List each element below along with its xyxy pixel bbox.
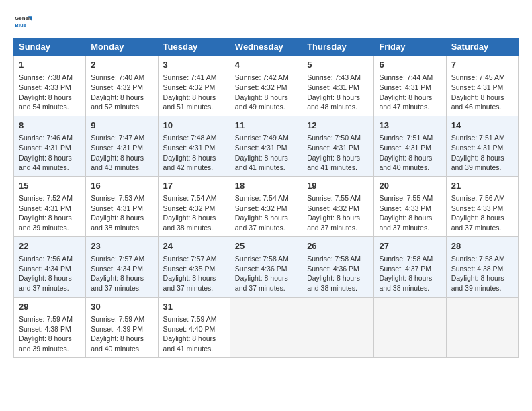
calendar-cell: 23Sunrise: 7:57 AMSunset: 4:34 PMDayligh… bbox=[86, 236, 158, 297]
day-info: Sunset: 4:31 PM bbox=[451, 83, 513, 93]
calendar-cell: 3Sunrise: 7:41 AMSunset: 4:32 PMDaylight… bbox=[158, 56, 230, 116]
day-info: Sunrise: 7:47 AM bbox=[91, 133, 152, 143]
day-number: 17 bbox=[163, 180, 225, 192]
day-info: Sunrise: 7:58 AM bbox=[235, 254, 297, 264]
calendar-cell: 22Sunrise: 7:56 AMSunset: 4:34 PMDayligh… bbox=[14, 236, 86, 297]
day-info: Sunset: 4:32 PM bbox=[235, 83, 297, 93]
day-info: Daylight: 8 hours and 37 minutes. bbox=[379, 213, 441, 232]
day-info: Daylight: 8 hours and 40 minutes. bbox=[379, 153, 441, 173]
calendar-header-row: SundayMondayTuesdayWednesdayThursdayFrid… bbox=[14, 38, 519, 56]
day-info: Sunset: 4:31 PM bbox=[379, 143, 441, 153]
calendar-cell: 11Sunrise: 7:49 AMSunset: 4:31 PMDayligh… bbox=[230, 116, 302, 176]
day-info: Sunrise: 7:40 AM bbox=[91, 73, 152, 83]
calendar-cell: 16Sunrise: 7:53 AMSunset: 4:31 PMDayligh… bbox=[86, 176, 158, 236]
day-number: 12 bbox=[307, 120, 369, 132]
calendar-week-row: 15Sunrise: 7:52 AMSunset: 4:31 PMDayligh… bbox=[14, 176, 519, 236]
day-number: 31 bbox=[163, 301, 225, 313]
day-number: 19 bbox=[307, 180, 369, 192]
calendar-cell bbox=[302, 297, 374, 357]
day-info: Daylight: 8 hours and 41 minutes. bbox=[163, 334, 225, 353]
day-info: Sunrise: 7:59 AM bbox=[91, 314, 152, 324]
day-info: Sunrise: 7:43 AM bbox=[307, 73, 369, 83]
day-info: Sunset: 4:37 PM bbox=[379, 264, 441, 274]
day-info: Daylight: 8 hours and 41 minutes. bbox=[235, 153, 297, 173]
day-info: Daylight: 8 hours and 38 minutes. bbox=[379, 273, 441, 293]
calendar-cell: 7Sunrise: 7:45 AMSunset: 4:31 PMDaylight… bbox=[446, 56, 518, 116]
calendar-cell: 18Sunrise: 7:54 AMSunset: 4:32 PMDayligh… bbox=[230, 176, 302, 236]
day-info: Sunset: 4:38 PM bbox=[451, 264, 513, 274]
day-number: 14 bbox=[451, 120, 513, 132]
day-number: 30 bbox=[91, 301, 152, 313]
day-info: Sunrise: 7:54 AM bbox=[235, 193, 297, 203]
day-header-thursday: Thursday bbox=[302, 38, 374, 56]
day-header-monday: Monday bbox=[86, 38, 158, 56]
day-header-saturday: Saturday bbox=[446, 38, 518, 56]
day-number: 22 bbox=[19, 240, 81, 253]
day-info: Sunrise: 7:58 AM bbox=[379, 254, 441, 264]
calendar-cell: 20Sunrise: 7:55 AMSunset: 4:33 PMDayligh… bbox=[374, 176, 446, 236]
day-info: Sunset: 4:31 PM bbox=[91, 143, 152, 153]
day-info: Sunset: 4:31 PM bbox=[379, 83, 441, 93]
day-number: 10 bbox=[163, 120, 225, 132]
calendar-cell: 2Sunrise: 7:40 AMSunset: 4:32 PMDaylight… bbox=[86, 56, 158, 116]
day-info: Sunrise: 7:55 AM bbox=[307, 193, 369, 203]
calendar-cell: 24Sunrise: 7:57 AMSunset: 4:35 PMDayligh… bbox=[158, 236, 230, 297]
calendar-table: SundayMondayTuesdayWednesdayThursdayFrid… bbox=[13, 38, 519, 358]
day-header-sunday: Sunday bbox=[14, 38, 86, 56]
day-number: 21 bbox=[451, 180, 513, 192]
day-info: Daylight: 8 hours and 39 minutes. bbox=[19, 334, 81, 353]
day-number: 15 bbox=[19, 180, 81, 192]
calendar-cell: 13Sunrise: 7:51 AMSunset: 4:31 PMDayligh… bbox=[374, 116, 446, 176]
day-info: Sunset: 4:33 PM bbox=[19, 83, 81, 93]
day-info: Daylight: 8 hours and 37 minutes. bbox=[307, 213, 369, 232]
day-info: Daylight: 8 hours and 37 minutes. bbox=[91, 273, 152, 293]
calendar-cell: 6Sunrise: 7:44 AMSunset: 4:31 PMDaylight… bbox=[374, 56, 446, 116]
day-info: Daylight: 8 hours and 39 minutes. bbox=[451, 153, 513, 173]
day-info: Daylight: 8 hours and 39 minutes. bbox=[451, 273, 513, 293]
day-info: Sunrise: 7:57 AM bbox=[163, 254, 225, 264]
day-info: Sunset: 4:32 PM bbox=[163, 203, 225, 214]
calendar-cell: 4Sunrise: 7:42 AMSunset: 4:32 PMDaylight… bbox=[230, 56, 302, 116]
day-info: Sunrise: 7:55 AM bbox=[379, 193, 441, 203]
day-info: Sunset: 4:35 PM bbox=[163, 264, 225, 274]
calendar-cell: 30Sunrise: 7:59 AMSunset: 4:39 PMDayligh… bbox=[86, 297, 158, 357]
day-info: Sunset: 4:31 PM bbox=[235, 143, 297, 153]
day-info: Daylight: 8 hours and 44 minutes. bbox=[19, 153, 81, 173]
day-info: Sunrise: 7:46 AM bbox=[19, 133, 81, 143]
calendar-week-row: 1Sunrise: 7:38 AMSunset: 4:33 PMDaylight… bbox=[14, 56, 519, 116]
calendar-week-row: 29Sunrise: 7:59 AMSunset: 4:38 PMDayligh… bbox=[14, 297, 519, 357]
calendar-cell: 25Sunrise: 7:58 AMSunset: 4:36 PMDayligh… bbox=[230, 236, 302, 297]
day-info: Sunset: 4:38 PM bbox=[19, 324, 81, 334]
calendar-cell bbox=[374, 297, 446, 357]
day-number: 16 bbox=[91, 180, 152, 192]
day-info: Sunset: 4:36 PM bbox=[307, 264, 369, 274]
calendar-body: 1Sunrise: 7:38 AMSunset: 4:33 PMDaylight… bbox=[14, 56, 519, 358]
day-number: 8 bbox=[19, 120, 81, 132]
day-number: 29 bbox=[19, 301, 81, 313]
day-number: 18 bbox=[235, 180, 297, 192]
day-info: Daylight: 8 hours and 37 minutes. bbox=[235, 273, 297, 293]
calendar-cell: 27Sunrise: 7:58 AMSunset: 4:37 PMDayligh… bbox=[374, 236, 446, 297]
day-info: Daylight: 8 hours and 42 minutes. bbox=[163, 153, 225, 173]
day-number: 2 bbox=[91, 59, 152, 71]
day-info: Sunrise: 7:56 AM bbox=[451, 193, 513, 203]
day-info: Sunrise: 7:52 AM bbox=[19, 193, 81, 203]
day-info: Daylight: 8 hours and 46 minutes. bbox=[451, 93, 513, 112]
calendar-cell: 9Sunrise: 7:47 AMSunset: 4:31 PMDaylight… bbox=[86, 116, 158, 176]
calendar-cell: 26Sunrise: 7:58 AMSunset: 4:36 PMDayligh… bbox=[302, 236, 374, 297]
day-info: Sunrise: 7:50 AM bbox=[307, 133, 369, 143]
day-info: Daylight: 8 hours and 52 minutes. bbox=[91, 93, 152, 112]
day-info: Daylight: 8 hours and 37 minutes. bbox=[19, 273, 81, 293]
day-info: Sunset: 4:32 PM bbox=[235, 203, 297, 214]
day-info: Daylight: 8 hours and 40 minutes. bbox=[91, 334, 152, 353]
calendar-cell: 31Sunrise: 7:59 AMSunset: 4:40 PMDayligh… bbox=[158, 297, 230, 357]
calendar-cell: 12Sunrise: 7:50 AMSunset: 4:31 PMDayligh… bbox=[302, 116, 374, 176]
day-header-friday: Friday bbox=[374, 38, 446, 56]
day-info: Sunset: 4:31 PM bbox=[19, 143, 81, 153]
day-info: Sunrise: 7:57 AM bbox=[91, 254, 152, 264]
day-info: Sunrise: 7:38 AM bbox=[19, 73, 81, 83]
day-info: Daylight: 8 hours and 47 minutes. bbox=[379, 93, 441, 112]
calendar-cell: 29Sunrise: 7:59 AMSunset: 4:38 PMDayligh… bbox=[14, 297, 86, 357]
day-info: Sunrise: 7:51 AM bbox=[451, 133, 513, 143]
day-info: Sunset: 4:33 PM bbox=[379, 203, 441, 214]
